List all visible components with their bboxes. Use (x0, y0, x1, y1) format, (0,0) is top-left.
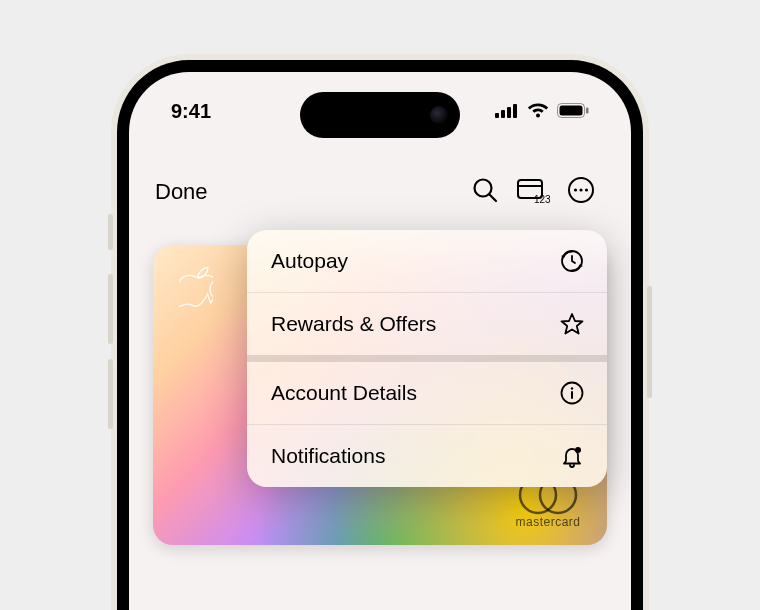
card-number-button[interactable]: 123 (509, 172, 557, 212)
menu-item-autopay[interactable]: Autopay (247, 230, 607, 292)
status-bar: 9:41 (129, 100, 631, 123)
autopay-icon (559, 248, 585, 274)
svg-line-8 (490, 195, 497, 202)
wifi-icon (527, 100, 549, 123)
volume-up-button (108, 274, 113, 344)
side-button (108, 214, 113, 250)
cellular-icon (495, 100, 519, 123)
svg-point-14 (579, 188, 582, 191)
battery-icon (557, 100, 589, 123)
context-menu: Autopay Rewards & Offers Account Details (247, 230, 607, 487)
menu-separator (247, 355, 607, 362)
menu-item-label: Account Details (271, 381, 417, 405)
menu-item-label: Notifications (271, 444, 385, 468)
svg-point-21 (571, 387, 573, 389)
card-brand-label: mastercard (515, 515, 581, 529)
phone-frame: 9:41 Done (111, 54, 649, 610)
svg-rect-0 (495, 113, 499, 118)
done-button[interactable]: Done (155, 179, 208, 205)
svg-point-15 (585, 188, 588, 191)
menu-item-label: Rewards & Offers (271, 312, 436, 336)
power-button (647, 286, 652, 398)
search-icon (471, 176, 499, 208)
volume-down-button (108, 359, 113, 429)
status-time: 9:41 (171, 100, 211, 123)
svg-rect-3 (513, 104, 517, 118)
bell-icon (559, 443, 585, 469)
info-icon (559, 380, 585, 406)
svg-rect-5 (560, 106, 583, 116)
star-icon (559, 311, 585, 337)
toolbar: Done 123 (129, 172, 631, 212)
svg-rect-2 (507, 107, 511, 118)
menu-item-notifications[interactable]: Notifications (247, 424, 607, 487)
screen: 9:41 Done (129, 72, 631, 610)
ellipsis-icon (567, 176, 595, 208)
search-button[interactable] (461, 172, 509, 212)
svg-rect-1 (501, 110, 505, 118)
svg-text:123: 123 (534, 194, 550, 204)
menu-item-account-details[interactable]: Account Details (247, 362, 607, 424)
apple-logo-icon (179, 267, 213, 307)
more-button[interactable] (557, 172, 605, 212)
svg-point-23 (575, 447, 581, 453)
svg-point-13 (574, 188, 577, 191)
menu-item-label: Autopay (271, 249, 348, 273)
menu-item-rewards[interactable]: Rewards & Offers (247, 292, 607, 355)
svg-marker-19 (562, 314, 583, 334)
card-number-icon: 123 (516, 176, 550, 208)
svg-rect-6 (586, 108, 589, 114)
